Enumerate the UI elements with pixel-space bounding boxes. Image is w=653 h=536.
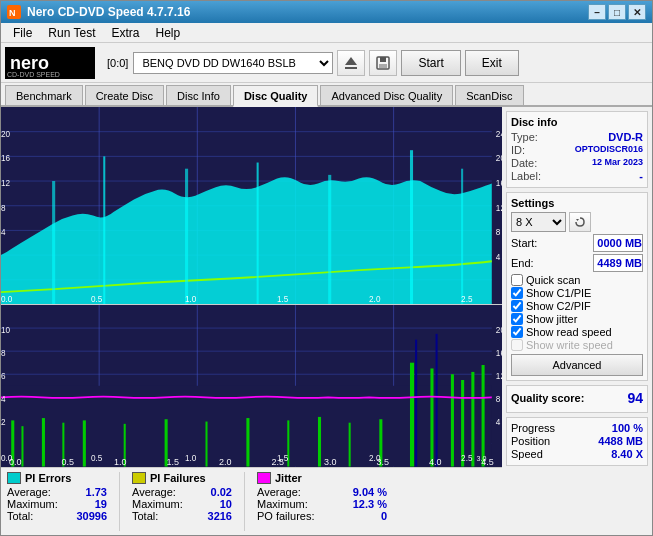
svg-text:1.0: 1.0 (185, 293, 196, 304)
tab-disc-info[interactable]: Disc Info (166, 85, 231, 105)
show-c2-pif-checkbox[interactable] (511, 300, 523, 312)
quick-scan-checkbox[interactable] (511, 274, 523, 286)
end-label: End: (511, 257, 534, 269)
settings-refresh-button[interactable] (569, 212, 591, 232)
svg-text:24: 24 (496, 128, 502, 139)
position-label: Position (511, 435, 550, 447)
svg-rect-72 (430, 369, 433, 467)
eject-button[interactable] (337, 50, 365, 76)
svg-text:16: 16 (496, 348, 502, 359)
svg-text:20: 20 (496, 153, 502, 164)
pi-failures-max-label: Maximum: (132, 498, 183, 510)
jitter-label: Jitter (275, 472, 302, 484)
show-c2-pif-label: Show C2/PIF (526, 300, 591, 312)
svg-text:2.5: 2.5 (461, 293, 472, 304)
tabs-bar: Benchmark Create Disc Disc Info Disc Qua… (1, 83, 652, 107)
settings-section: Settings 8 X Start: 0000 MB (506, 192, 648, 381)
svg-text:4: 4 (1, 227, 6, 238)
pi-errors-max-val: 19 (95, 498, 107, 510)
tab-advanced-disc-quality[interactable]: Advanced Disc Quality (320, 85, 453, 105)
exit-button[interactable]: Exit (465, 50, 519, 76)
tab-create-disc[interactable]: Create Disc (85, 85, 164, 105)
menu-help[interactable]: Help (148, 24, 189, 42)
show-c1-pie-checkbox[interactable] (511, 287, 523, 299)
svg-rect-73 (451, 375, 454, 467)
svg-text:12: 12 (496, 371, 502, 382)
app-icon: N (7, 5, 21, 19)
jitter-avg-val: 9.04 % (353, 486, 387, 498)
speed-value: 8.40 X (611, 448, 643, 460)
svg-rect-28 (461, 169, 463, 305)
show-write-speed-checkbox[interactable] (511, 339, 523, 351)
pi-failures-max-val: 10 (220, 498, 232, 510)
svg-text:N: N (9, 8, 16, 18)
svg-text:8: 8 (1, 202, 6, 213)
save-icon (375, 55, 391, 71)
svg-rect-6 (345, 67, 357, 69)
menu-file[interactable]: File (5, 24, 40, 42)
jitter-stats: Jitter Average: 9.04 % Maximum: 12.3 % P… (257, 472, 387, 531)
speed-select[interactable]: 8 X (511, 212, 566, 232)
drive-selector[interactable]: [0:0] BENQ DVD DD DW1640 BSLB (107, 52, 333, 74)
svg-marker-5 (345, 57, 357, 65)
quality-section: Quality score: 94 (506, 385, 648, 413)
pi-errors-legend (7, 472, 21, 484)
start-button[interactable]: Start (401, 50, 460, 76)
chart2-svg: 20 16 12 8 4 10 8 6 4 2 0.0 0.5 (1, 305, 502, 467)
svg-rect-8 (380, 57, 386, 62)
show-jitter-label: Show jitter (526, 313, 577, 325)
svg-rect-9 (379, 64, 387, 68)
tab-disc-quality[interactable]: Disc Quality (233, 85, 319, 107)
jitter-avg-label: Average: (257, 486, 301, 498)
chart1-container: 24 20 16 12 8 4 20 16 12 8 4 0.0 (1, 107, 502, 305)
id-label: ID: (511, 144, 525, 156)
quick-scan-label: Quick scan (526, 274, 580, 286)
progress-label: Progress (511, 422, 555, 434)
tab-benchmark[interactable]: Benchmark (5, 85, 83, 105)
pi-failures-avg-label: Average: (132, 486, 176, 498)
disc-label-value: - (639, 170, 643, 182)
jitter-po-val: 0 (381, 510, 387, 522)
end-input[interactable]: 4489 MB (593, 254, 643, 272)
quality-score: 94 (627, 390, 643, 406)
start-input[interactable]: 0000 MB (593, 234, 643, 252)
nero-logo: nero CD-DVD SPEED (5, 47, 95, 79)
svg-rect-25 (257, 163, 259, 305)
menu-run-test[interactable]: Run Test (40, 24, 103, 42)
disc-label-label: Label: (511, 170, 541, 182)
sep2 (244, 472, 245, 531)
svg-rect-27 (410, 150, 413, 304)
svg-rect-24 (185, 169, 188, 305)
pi-errors-avg-val: 1.73 (86, 486, 107, 498)
minimize-button[interactable]: – (588, 4, 606, 20)
show-read-speed-checkbox[interactable] (511, 326, 523, 338)
svg-rect-23 (103, 156, 105, 304)
svg-text:CD-DVD SPEED: CD-DVD SPEED (7, 71, 60, 78)
svg-text:8: 8 (496, 394, 501, 405)
start-label: Start: (511, 237, 537, 249)
main-content: 24 20 16 12 8 4 20 16 12 8 4 0.0 (1, 107, 652, 535)
date-value: 12 Mar 2023 (592, 157, 643, 169)
svg-rect-26 (328, 175, 331, 305)
date-label: Date: (511, 157, 537, 169)
tab-scan-disc[interactable]: ScanDisc (455, 85, 523, 105)
drive-label: [0:0] (107, 57, 128, 69)
svg-text:16: 16 (496, 177, 502, 188)
maximize-button[interactable]: □ (608, 4, 626, 20)
progress-value: 100 % (612, 422, 643, 434)
svg-text:4: 4 (1, 394, 6, 405)
close-button[interactable]: ✕ (628, 4, 646, 20)
svg-text:10: 10 (1, 325, 10, 336)
bottom-stats: PI Errors Average: 1.73 Maximum: 19 Tota… (1, 467, 502, 535)
menubar: File Run Test Extra Help (1, 23, 652, 43)
jitter-legend (257, 472, 271, 484)
menu-extra[interactable]: Extra (103, 24, 147, 42)
pi-errors-max-label: Maximum: (7, 498, 58, 510)
drive-combo[interactable]: BENQ DVD DD DW1640 BSLB (133, 52, 333, 74)
advanced-button[interactable]: Advanced (511, 354, 643, 376)
save-button[interactable] (369, 50, 397, 76)
show-jitter-checkbox[interactable] (511, 313, 523, 325)
svg-text:12: 12 (496, 202, 502, 213)
svg-text:20: 20 (1, 128, 10, 139)
sep1 (119, 472, 120, 531)
